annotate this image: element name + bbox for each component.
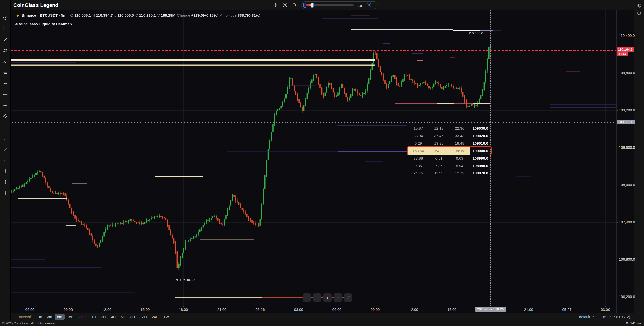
time-axis[interactable]: 2025-05-26 18:05 06:0009:0012:0015:0018:…: [11, 306, 616, 313]
drawing-tools-list: 1 ∞: [0, 10, 10, 199]
time-tick-label: 18:00: [179, 308, 188, 312]
liquidity-value-cell: 12.13: [428, 125, 449, 132]
time-tick-mark: [183, 306, 184, 307]
tool-vertical-ray-icon[interactable]: [0, 166, 11, 177]
interval-option-4H[interactable]: 4H: [109, 314, 118, 320]
svg-text:1 ∞: 1 ∞: [5, 59, 7, 60]
liquidity-value-cell: 6.51: [428, 155, 449, 162]
liquidity-value-cell: 33.94: [408, 132, 428, 140]
interval-option-2H[interactable]: 2H: [99, 314, 109, 320]
time-tick-mark: [375, 306, 375, 307]
tool-parallel-lines-icon[interactable]: [0, 67, 11, 78]
liquidity-table-row: 33.9437.4633.43109020.0: [408, 132, 490, 140]
price-axis[interactable]: 110,164.6 03:44 109,006.6 110,400.0109,8…: [616, 10, 634, 313]
scroll-right-button[interactable]: [334, 293, 342, 302]
tool-vertical-line-icon[interactable]: [0, 188, 11, 199]
heatmap-title: <CoinGlass> Liquidity Heatmap: [15, 22, 72, 26]
tool-horizontal-line-icon[interactable]: [0, 100, 11, 111]
liquidity-table-row: 9.357.365.94108980.0: [408, 162, 490, 169]
liquidity-value-cell: 22.36: [449, 125, 470, 132]
interval-option-8H[interactable]: 8H: [128, 314, 138, 320]
stat-l: L110,056.0: [113, 13, 134, 17]
search-icon[interactable]: [292, 2, 298, 8]
slider-handle-min[interactable]: [303, 3, 306, 8]
time-tick-label: 03:00: [294, 308, 303, 312]
tool-vertical-segment-icon[interactable]: [0, 177, 11, 188]
tool-horizontal-ray-icon[interactable]: [0, 78, 11, 89]
stat-h: H110,394.7: [91, 13, 113, 17]
tool-horizontal-segment-icon[interactable]: [0, 89, 11, 100]
tool-quadrilateral-icon[interactable]: [0, 45, 11, 56]
time-tick-mark: [567, 306, 567, 307]
scan-icon[interactable]: [366, 2, 372, 8]
liquidity-price-cell: 108970.0: [470, 169, 490, 177]
symbol-stats: O110,056.1H110,394.7L110,056.0C110,235.1…: [69, 13, 260, 17]
price-tick-mark: [617, 260, 618, 260]
binance-logo-icon: [15, 13, 19, 17]
session-low-label: ↰106,497.0: [176, 278, 195, 282]
low-arrow-icon: ↰: [176, 278, 178, 282]
liquidity-price-cell: 108980.0: [470, 162, 490, 169]
tool-rectangle-icon[interactable]: [0, 23, 11, 34]
last-price-badge: 110,164.6 03:44: [617, 47, 634, 56]
tool-diagonal-segment-icon[interactable]: [0, 144, 11, 155]
interval-option-6H[interactable]: 6H: [118, 314, 128, 320]
time-tick-mark: [260, 306, 260, 307]
liquidity-value-cell: 12.72: [449, 169, 470, 177]
clock-utc: 18:11:17 (UTC+2): [601, 315, 630, 319]
liquidity-price-cell: 109020.0: [470, 132, 490, 140]
price-tick-mark: [617, 148, 618, 148]
liquidity-price-cell: 109010.0: [470, 139, 490, 147]
interval-option-1m[interactable]: 1m: [34, 314, 45, 320]
liquidity-value-cell: 37.88: [408, 155, 428, 162]
interval-option-30m[interactable]: 30m: [77, 314, 89, 320]
divider: [598, 315, 598, 319]
tool-pattern-icon[interactable]: 1 ∞: [0, 56, 11, 67]
tool-parallel-channel-2-icon[interactable]: [0, 111, 11, 122]
interval-option-1W[interactable]: 1W: [161, 314, 171, 320]
menu-button[interactable]: [0, 0, 11, 10]
tool-trend-line-icon[interactable]: [0, 34, 11, 45]
tool-target-icon[interactable]: [0, 12, 11, 23]
liquidity-table-row: 6.2919.3618.48109010.0: [408, 139, 490, 147]
slider-handle-max[interactable]: [311, 3, 314, 8]
liquidity-table-row: 37.886.519.63108990.0: [408, 155, 490, 162]
chevron-up-icon: [592, 315, 595, 318]
liquidity-value-cell: 24.75: [408, 169, 428, 177]
chart-canvas[interactable]: [11, 10, 616, 306]
liquidity-value-cell: 158.58: [449, 147, 470, 155]
symbol-pair-label[interactable]: Binance · BTCUSDT · 5m: [22, 13, 66, 17]
status-bar: © 2025 CoinGlass, all rights reserved 24…: [0, 320, 644, 326]
chart-nav-controls: −+: [303, 293, 352, 302]
interval-option-24H[interactable]: 24H: [149, 314, 161, 320]
filter-settings-icon[interactable]: [357, 2, 363, 8]
interval-option-1H[interactable]: 1H: [89, 314, 99, 320]
slider-track[interactable]: [304, 4, 354, 6]
last-price-value: 110,164.6: [617, 47, 634, 52]
interval-option-5m[interactable]: 5m: [55, 314, 65, 320]
price-tick-label: 108,600.0: [619, 145, 635, 150]
interval-option-12H[interactable]: 12H: [137, 314, 149, 320]
time-tick-mark: [68, 306, 68, 307]
tool-parallel-channel-3-icon[interactable]: [0, 122, 11, 133]
globe-icon[interactable]: [634, 2, 644, 10]
interval-option-15m[interactable]: 15m: [65, 314, 77, 320]
zoom-in-button[interactable]: +: [313, 293, 321, 302]
gear-icon[interactable]: [282, 2, 288, 8]
feedback-icon[interactable]: [634, 10, 644, 18]
scroll-left-button[interactable]: [323, 293, 332, 302]
liquidity-value-cell: 6.29: [408, 139, 428, 147]
tool-diagonal-dots-icon[interactable]: [0, 155, 11, 166]
liquidity-value-cell: 5.94: [449, 162, 470, 169]
price-tick-label: 110,400.0: [619, 34, 635, 38]
time-tick-label: 21:00: [217, 308, 226, 312]
layout-selector[interactable]: default: [579, 315, 595, 319]
interval-option-3m[interactable]: 3m: [45, 314, 55, 320]
pan-icon[interactable]: [272, 2, 278, 8]
time-tick-mark: [222, 306, 222, 307]
reset-button[interactable]: [344, 293, 352, 302]
tool-diagonal-ray-icon[interactable]: [0, 133, 11, 144]
zoom-out-button[interactable]: −: [303, 293, 311, 302]
liquidity-value-cell: 15.87: [408, 125, 428, 132]
heatmap-intensity-slider: [301, 1, 378, 9]
